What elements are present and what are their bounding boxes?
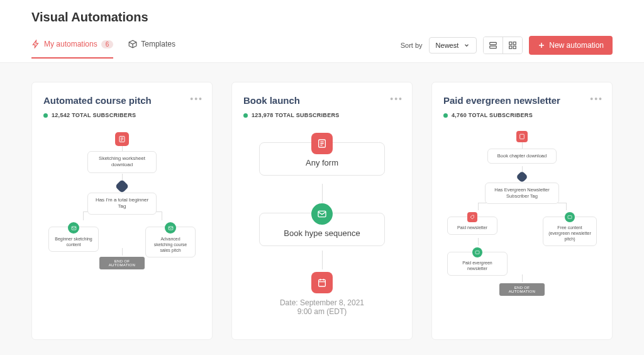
tag-icon: [467, 212, 477, 222]
sort-selected: Newest: [436, 42, 459, 49]
end-node: END OF AUTOMATION: [499, 283, 545, 296]
plus-icon: [538, 42, 545, 49]
automation-card[interactable]: ••• Automated course pitch 12,542 TOTAL …: [31, 82, 213, 340]
condition-icon: [516, 171, 528, 183]
next-node: Paid evergreen newsletter: [447, 252, 508, 276]
svg-rect-1: [490, 46, 497, 48]
automation-diagram: Any form Book hype sequence Date: Septem…: [243, 130, 401, 318]
tab-count-badge: 6: [101, 40, 114, 48]
automation-card[interactable]: ••• Book launch 123,978 TOTAL SUBSCRIBER…: [231, 82, 413, 340]
status-dot-icon: [43, 113, 48, 118]
svg-rect-13: [568, 216, 572, 219]
card-title: Automated course pitch: [43, 95, 201, 106]
condition-node: Has I'm a total beginner Tag: [87, 193, 157, 215]
status-dot-icon: [443, 113, 448, 118]
new-automation-button[interactable]: New automation: [529, 36, 613, 55]
card-menu-button[interactable]: •••: [390, 94, 403, 104]
tab-my-automations[interactable]: My automations 6: [31, 40, 113, 59]
condition-node: Has Evergreen Newsletter Subscriber Tag: [485, 183, 559, 204]
date-node: Date: September 8, 2021 9:00 am (EDT): [259, 298, 385, 316]
card-status: 12,542 TOTAL SUBSCRIBERS: [43, 112, 201, 118]
email-icon: [68, 222, 79, 234]
calendar-icon: [311, 272, 333, 293]
subscriber-count: 4,760 TOTAL SUBSCRIBERS: [452, 112, 533, 118]
svg-rect-2: [509, 42, 512, 45]
svg-rect-3: [513, 42, 516, 45]
form-icon: [115, 132, 129, 146]
svg-rect-12: [520, 134, 525, 139]
svg-rect-11: [319, 279, 326, 286]
bolt-icon: [31, 40, 40, 48]
card-status: 123,978 TOTAL SUBSCRIBERS: [243, 112, 401, 118]
grid-icon: [508, 41, 517, 50]
svg-rect-4: [509, 46, 512, 48]
entry-node: Book chapter download: [487, 149, 557, 164]
entry-node: Any form: [259, 142, 385, 176]
automation-card[interactable]: ••• Paid evergreen newsletter 4,760 TOTA…: [431, 82, 613, 340]
view-toggle: [483, 37, 523, 54]
sort-select[interactable]: Newest: [429, 37, 477, 54]
list-view-button[interactable]: [484, 37, 502, 54]
branch-node-left: Beginner sketching content: [48, 227, 99, 252]
branch-node-right: Advanced sketching course sales pitch: [145, 227, 196, 257]
svg-rect-0: [490, 42, 497, 45]
tab-label: My automations: [44, 40, 97, 48]
card-title: Book launch: [243, 95, 401, 106]
email-icon: [472, 247, 482, 257]
tab-label: Templates: [141, 40, 175, 48]
svg-rect-14: [475, 251, 479, 254]
subscriber-count: 12,542 TOTAL SUBSCRIBERS: [52, 112, 136, 118]
right-controls: Sort by Newest New automation: [401, 36, 613, 62]
automation-diagram: Book chapter download Has Evergreen News…: [443, 130, 601, 318]
card-menu-button[interactable]: •••: [190, 94, 203, 104]
email-icon: [565, 212, 575, 222]
card-status: 4,760 TOTAL SUBSCRIBERS: [443, 112, 601, 118]
email-icon: [311, 203, 333, 225]
tabs: My automations 6 Templates: [31, 40, 175, 59]
grid-view-button[interactable]: [502, 37, 522, 54]
branch-node-right: Free content (evergreen newsletter pitch…: [543, 217, 597, 246]
toolbar: My automations 6 Templates Sort by Newes…: [31, 36, 613, 62]
condition-icon: [115, 179, 130, 194]
tab-templates[interactable]: Templates: [128, 40, 175, 59]
automation-diagram: Sketching worksheet download Has I'm a t…: [43, 130, 201, 318]
form-icon: [311, 133, 333, 154]
subscriber-count: 123,978 TOTAL SUBSCRIBERS: [252, 112, 340, 118]
email-icon: [165, 222, 176, 234]
list-icon: [489, 41, 497, 50]
entry-node: Sketching worksheet download: [87, 151, 157, 173]
sequence-node: Book hype sequence: [259, 213, 385, 246]
card-title: Paid evergreen newsletter: [443, 95, 601, 106]
new-button-label: New automation: [549, 41, 604, 50]
cube-icon: [128, 40, 137, 48]
form-icon: [516, 131, 528, 142]
page-title: Visual Automations: [31, 10, 613, 25]
branch-node-left: Paid newsletter: [447, 217, 497, 235]
sort-label: Sort by: [401, 42, 423, 49]
status-dot-icon: [243, 113, 248, 118]
cards-container: ••• Automated course pitch 12,542 TOTAL …: [0, 63, 644, 355]
svg-rect-5: [513, 46, 516, 48]
card-menu-button[interactable]: •••: [590, 94, 603, 104]
chevron-down-icon: [464, 42, 470, 48]
end-node: END OF AUTOMATION: [99, 257, 145, 269]
